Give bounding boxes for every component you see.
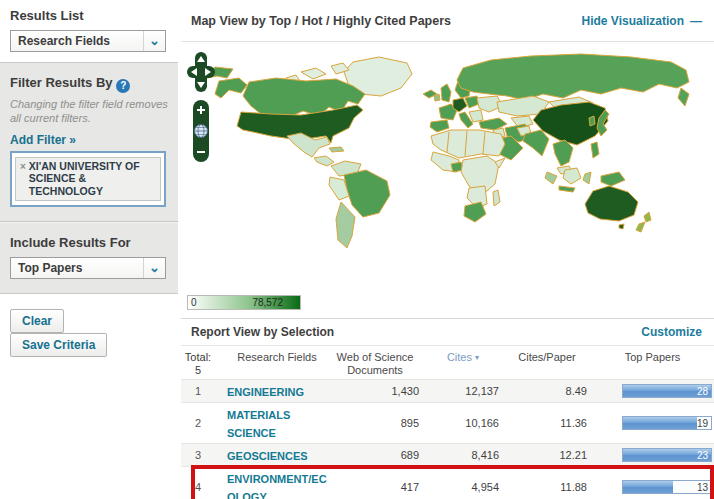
docs-cell: 1,430 — [327, 385, 423, 397]
filter-tag: × XI'AN UNIVERSITY OF SCIENCE & TECHNOLO… — [15, 157, 161, 202]
table-row-highlighted: 4 ENVIRONMENT/ECOLOGY 417 4,954 11.88 13 — [181, 467, 714, 499]
cites-cell: 8,416 — [423, 449, 503, 461]
legend-min-value: 0 — [191, 297, 197, 308]
cites-cell: 10,166 — [423, 417, 503, 429]
cites-cell: 12,137 — [423, 385, 503, 397]
include-results-selected: Top Papers — [11, 261, 143, 275]
rank-cell: 4 — [181, 481, 215, 493]
sidebar-divider — [0, 221, 178, 223]
field-link[interactable]: GEOSCIENCES — [227, 450, 308, 462]
remove-filter-icon[interactable]: × — [20, 160, 26, 173]
legend-max-value: 78,572 — [252, 297, 283, 308]
results-list-heading: Results List — [10, 8, 168, 23]
filter-section: Filter Results By ? Changing the filter … — [0, 62, 178, 294]
table-header-row: Total: 5 Research Fields Web of Science … — [181, 346, 714, 380]
table-row: 2 MATERIALS SCIENCE 895 10,166 11.36 19 — [181, 403, 714, 444]
sidebar: Results List Research Fields ⌄ Filter Re… — [0, 0, 178, 499]
docs-cell: 417 — [327, 481, 423, 493]
col-header-cites-sort[interactable]: Cites ▾ — [423, 348, 503, 363]
field-link[interactable]: ENGINEERING — [227, 386, 304, 398]
customize-link[interactable]: Customize — [641, 325, 702, 339]
minus-icon: — — [690, 14, 702, 28]
include-results-dropdown[interactable]: Top Papers ⌄ — [10, 257, 166, 279]
top-papers-bar: 19 — [622, 416, 712, 430]
map-pan-zoom-controls[interactable] — [187, 52, 215, 164]
field-link[interactable]: MATERIALS SCIENCE — [227, 409, 290, 439]
sort-arrow-icon: ▾ — [475, 353, 479, 362]
rank-cell: 2 — [181, 417, 215, 429]
save-criteria-button[interactable]: Save Criteria — [10, 333, 107, 357]
table-row: 3 GEOSCIENCES 689 8,416 12.21 23 — [181, 444, 714, 467]
world-map-visualization: 0 78,572 — [181, 42, 714, 318]
docs-cell: 689 — [327, 449, 423, 461]
map-view-header: Map View by Top / Hot / Highly Cited Pap… — [181, 0, 714, 42]
cites-per-paper-cell: 11.36 — [503, 417, 591, 429]
results-list-section: Results List Research Fields ⌄ — [0, 0, 178, 62]
top-papers-bar: 28 — [622, 384, 712, 398]
main-content: Map View by Top / Hot / Highly Cited Pap… — [181, 0, 714, 499]
chevron-down-icon: ⌄ — [143, 258, 165, 278]
field-link[interactable]: ENVIRONMENT/ECOLOGY — [227, 473, 327, 499]
cites-per-paper-cell: 8.49 — [503, 385, 591, 397]
add-filter-link[interactable]: Add Filter » — [10, 133, 76, 147]
col-header-top-papers: Top Papers — [591, 348, 714, 364]
top-papers-bar: 13 — [622, 480, 712, 494]
active-filters-box: × XI'AN UNIVERSITY OF SCIENCE & TECHNOLO… — [10, 151, 166, 207]
rank-cell: 1 — [181, 385, 215, 397]
map-legend-gradient: 0 78,572 — [187, 295, 301, 310]
clear-button[interactable]: Clear — [10, 309, 64, 333]
docs-cell: 895 — [327, 417, 423, 429]
help-icon[interactable]: ? — [116, 79, 130, 93]
total-count: Total: 5 — [181, 348, 215, 377]
results-table: Total: 5 Research Fields Web of Science … — [181, 345, 714, 499]
col-header-cites-per-paper: Cites/Paper — [503, 348, 591, 364]
sidebar-buttons: Clear Save Criteria — [0, 294, 178, 372]
col-header-research-fields: Research Fields — [215, 348, 327, 364]
cites-per-paper-cell: 12.21 — [503, 449, 591, 461]
filter-heading: Filter Results By ? — [10, 75, 168, 93]
results-list-selected: Research Fields — [11, 34, 143, 48]
hide-visualization-link[interactable]: Hide Visualization— — [582, 14, 702, 28]
filter-note: Changing the filter field removes all cu… — [10, 98, 168, 126]
report-view-header: Report View by Selection Customize — [181, 318, 714, 345]
table-row: 1 ENGINEERING 1,430 12,137 8.49 28 — [181, 380, 714, 403]
col-header-wos-documents: Web of Science Documents — [327, 348, 423, 377]
include-results-heading: Include Results For — [10, 235, 168, 250]
cites-cell: 4,954 — [423, 481, 503, 493]
chevron-down-icon: ⌄ — [143, 31, 165, 51]
filter-tag-label: XI'AN UNIVERSITY OF SCIENCE & TECHNOLOGY — [29, 160, 155, 198]
choropleth-map[interactable] — [181, 44, 714, 289]
top-papers-bar: 23 — [622, 448, 712, 462]
esi-app-window: Results List Research Fields ⌄ Filter Re… — [0, 0, 714, 499]
rank-cell: 3 — [181, 449, 215, 461]
map-view-title: Map View by Top / Hot / Highly Cited Pap… — [191, 14, 582, 28]
report-view-title: Report View by Selection — [191, 325, 641, 339]
results-list-dropdown[interactable]: Research Fields ⌄ — [10, 30, 166, 52]
cites-per-paper-cell: 11.88 — [503, 481, 591, 493]
